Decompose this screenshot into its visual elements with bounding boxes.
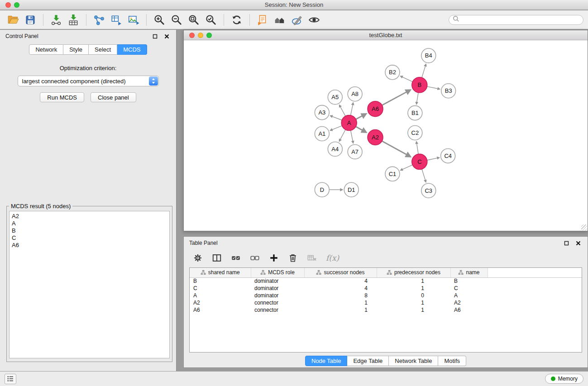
graph-node-C1[interactable]: C1: [385, 167, 400, 181]
open-file-icon[interactable]: [5, 12, 22, 28]
run-mcds-button[interactable]: Run MCDS: [40, 92, 84, 102]
toggle-visibility-icon[interactable]: [306, 12, 323, 28]
zoom-out-icon[interactable]: [168, 12, 185, 28]
clone-network-icon[interactable]: [108, 12, 125, 28]
graph-edge-C-C1[interactable]: [401, 165, 412, 170]
column-header-successor-nodes[interactable]: successor nodes: [304, 268, 377, 277]
table-cell[interactable]: A: [450, 292, 488, 299]
columns-icon[interactable]: [212, 253, 222, 263]
table-cell[interactable]: 0: [377, 292, 450, 299]
gear-icon[interactable]: [193, 253, 203, 263]
graph-node-A8[interactable]: A8: [348, 87, 362, 101]
table-cell[interactable]: dominator: [251, 277, 304, 285]
graph-node-A2[interactable]: A2: [368, 130, 383, 145]
graph-edge-A-A7[interactable]: [351, 130, 354, 143]
import-table-icon[interactable]: [65, 12, 82, 28]
graph-node-A6[interactable]: A6: [368, 101, 383, 117]
table-cell[interactable]: A6: [190, 306, 251, 314]
network-canvas[interactable]: B4B2BB3A5A8A6B1A3AC2A1A2A4A7C4CC1DD1C3: [184, 41, 588, 231]
table-cell[interactable]: A2: [450, 299, 488, 306]
table-row[interactable]: Cdominator41C: [190, 285, 582, 292]
graph-edge-A6-B[interactable]: [382, 90, 410, 105]
task-history-icon[interactable]: [5, 374, 16, 384]
graph-edge-B-B2[interactable]: [401, 76, 412, 81]
graph-edge-A-A3[interactable]: [330, 116, 342, 120]
table-cell[interactable]: B: [450, 277, 488, 285]
table-cell[interactable]: B: [190, 277, 251, 285]
table-tab-motifs[interactable]: Motifs: [438, 356, 466, 366]
graph-edge-A-A6[interactable]: [356, 114, 366, 119]
close-panel-icon[interactable]: [163, 32, 171, 40]
close-window-button[interactable]: [5, 2, 11, 8]
float-panel-icon[interactable]: [151, 32, 159, 40]
control-tab-select[interactable]: Select: [89, 44, 117, 55]
graph-node-A1[interactable]: A1: [315, 127, 329, 141]
select-all-icon[interactable]: [231, 253, 241, 263]
table-cell[interactable]: connector: [251, 299, 304, 306]
zoom-in-icon[interactable]: [151, 12, 168, 28]
table-cell[interactable]: C: [450, 285, 488, 292]
column-header-mcds-role[interactable]: MCDS role: [251, 268, 304, 277]
network-minimize-button[interactable]: [198, 33, 203, 38]
zoom-fit-icon[interactable]: [185, 12, 202, 28]
graph-edge-C-C2[interactable]: [416, 142, 418, 154]
criterion-dropdown[interactable]: largest connected component (directed): [18, 76, 159, 86]
column-header-shared-name[interactable]: shared name: [190, 268, 251, 277]
table-cell[interactable]: 1: [304, 299, 377, 306]
graph-node-C[interactable]: C: [412, 154, 427, 169]
graph-edge-B-B1[interactable]: [416, 93, 418, 104]
zoom-selected-icon[interactable]: [202, 12, 220, 28]
graph-edge-A-A2[interactable]: [356, 127, 366, 132]
save-session-icon[interactable]: [22, 12, 39, 28]
memory-button[interactable]: Memory: [545, 374, 583, 384]
table-row[interactable]: Bdominator41B: [190, 277, 582, 285]
unselect-all-icon[interactable]: [250, 253, 260, 263]
zoom-window-button[interactable]: [14, 2, 19, 8]
table-cell[interactable]: 1: [304, 306, 377, 314]
graph-node-A5[interactable]: A5: [328, 90, 342, 105]
table-cell[interactable]: dominator: [251, 285, 304, 292]
graph-node-B2[interactable]: B2: [385, 65, 400, 80]
mcds-result-list[interactable]: A2ABCA6: [9, 211, 170, 358]
graph-edge-C-C3[interactable]: [422, 169, 426, 182]
graph-node-B1[interactable]: B1: [408, 106, 422, 120]
graph-node-D1[interactable]: D1: [344, 182, 359, 197]
table-cell[interactable]: A6: [450, 306, 488, 314]
graph-edge-B-B3[interactable]: [427, 86, 440, 89]
table-cell[interactable]: 4: [304, 285, 377, 292]
graph-node-A3[interactable]: A3: [315, 105, 329, 120]
table-row[interactable]: Adominator80A: [190, 292, 582, 299]
delete-icon[interactable]: [288, 253, 298, 263]
graph-node-D[interactable]: D: [315, 182, 329, 197]
graphics-details-icon[interactable]: [288, 12, 306, 28]
graph-edge-B-B4[interactable]: [422, 64, 426, 78]
table-cell[interactable]: 4: [304, 277, 377, 285]
graph-node-A7[interactable]: A7: [348, 144, 362, 159]
table-cell[interactable]: 1: [377, 299, 450, 306]
function-builder-icon[interactable]: f(x): [326, 253, 339, 262]
graph-edge-A-A4[interactable]: [339, 130, 346, 141]
graph-edge-A-A1[interactable]: [330, 126, 342, 130]
new-network-icon[interactable]: [91, 12, 108, 28]
graph-node-B[interactable]: B: [412, 77, 427, 93]
export-image-icon[interactable]: [125, 12, 142, 28]
control-tab-style[interactable]: Style: [63, 44, 89, 55]
add-icon[interactable]: [269, 253, 279, 263]
table-cell[interactable]: C: [190, 285, 251, 292]
graph-edge-C-C4[interactable]: [427, 157, 439, 160]
graph-edge-A-A5[interactable]: [339, 105, 345, 116]
network-zoom-button[interactable]: [206, 33, 212, 38]
search-box[interactable]: [449, 15, 583, 25]
column-header-predecessor-nodes[interactable]: predecessor nodes: [377, 268, 450, 277]
table-cell[interactable]: 1: [377, 277, 450, 285]
graph-node-B3[interactable]: B3: [441, 84, 456, 98]
table-cell[interactable]: 8: [304, 292, 377, 299]
refresh-layout-icon[interactable]: [228, 12, 245, 28]
table-tab-node-table[interactable]: Node Table: [305, 356, 348, 366]
table-cell[interactable]: connector: [251, 306, 304, 314]
control-tab-mcds[interactable]: MCDS: [117, 44, 147, 55]
close-table-panel-icon[interactable]: [574, 239, 582, 247]
table-cell[interactable]: 1: [377, 285, 450, 292]
float-table-panel-icon[interactable]: [562, 239, 570, 247]
close-panel-button[interactable]: Close panel: [91, 92, 136, 102]
